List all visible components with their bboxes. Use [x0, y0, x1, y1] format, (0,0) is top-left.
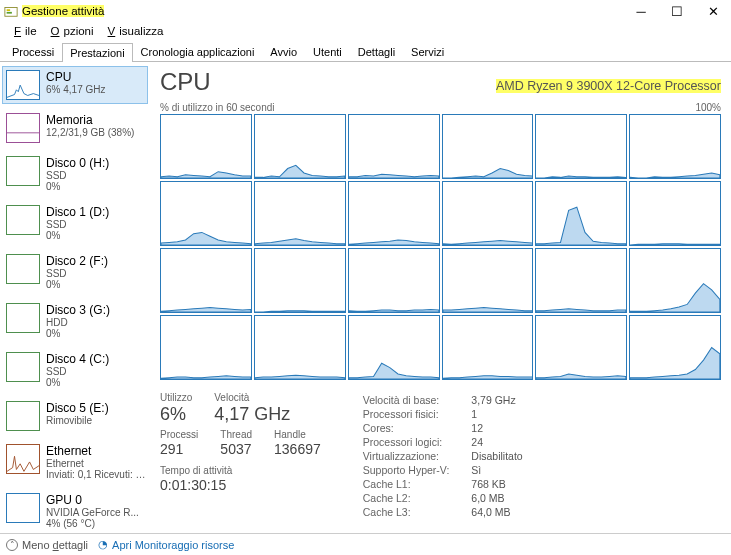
page-title: CPU — [160, 68, 211, 96]
svg-marker-5 — [349, 174, 439, 178]
core-chart-2[interactable] — [348, 114, 440, 179]
close-button[interactable]: ✕ — [695, 0, 731, 22]
main-panel: CPU AMD Ryzen 9 3900X 12-Core Processor … — [150, 62, 731, 538]
sidebar-item-gpu[interactable]: GPU 0NVIDIA GeForce R...4% (56 °C) — [2, 489, 148, 533]
svg-marker-9 — [161, 232, 251, 245]
svg-marker-23 — [349, 363, 439, 379]
sidebar-item-d4[interactable]: Disco 4 (C:)SSD0% — [2, 348, 148, 392]
sidebar-title: Disco 3 (G:) — [46, 303, 110, 317]
svg-marker-24 — [443, 376, 533, 379]
window-controls: ─ ☐ ✕ — [623, 0, 731, 22]
svg-marker-25 — [536, 374, 626, 379]
sidebar-title: Disco 2 (F:) — [46, 254, 108, 268]
core-chart-5[interactable] — [629, 114, 721, 179]
core-chart-17[interactable] — [629, 248, 721, 313]
tab-servizi[interactable]: Servizi — [403, 42, 452, 61]
sys-row: Processori fisici:1 — [363, 408, 523, 420]
core-chart-21[interactable] — [442, 315, 534, 380]
core-chart-19[interactable] — [254, 315, 346, 380]
sidebar-item-cpu[interactable]: CPU6% 4,17 GHz — [2, 66, 148, 104]
titlebar: Gestione attività ─ ☐ ✕ — [0, 0, 731, 22]
thumb-d0 — [6, 156, 40, 186]
window-title: Gestione attività — [22, 5, 104, 17]
core-chart-11[interactable] — [629, 181, 721, 246]
core-chart-12[interactable] — [160, 248, 252, 313]
thumb-d5 — [6, 401, 40, 431]
core-chart-10[interactable] — [535, 181, 627, 246]
sys-row: Velocità di base:3,79 GHz — [363, 394, 523, 406]
minimize-button[interactable]: ─ — [623, 0, 659, 22]
core-chart-8[interactable] — [348, 181, 440, 246]
core-chart-13[interactable] — [254, 248, 346, 313]
core-chart-23[interactable] — [629, 315, 721, 380]
system-info-table: Velocità di base:3,79 GHzProcessori fisi… — [361, 392, 525, 520]
tab-utenti[interactable]: Utenti — [305, 42, 350, 61]
core-chart-6[interactable] — [160, 181, 252, 246]
core-chart-7[interactable] — [254, 181, 346, 246]
svg-marker-17 — [349, 309, 439, 312]
stat-speed: Velocità 4,17 GHz — [214, 392, 290, 425]
sidebar-item-eth[interactable]: EthernetEthernetInviati: 0,1 Ricevuti: 3… — [2, 440, 148, 484]
core-chart-15[interactable] — [442, 248, 534, 313]
tab-cronologia-applicazioni[interactable]: Cronologia applicazioni — [133, 42, 263, 61]
svg-rect-2 — [7, 12, 12, 14]
chevron-up-icon: ˄ — [6, 539, 18, 551]
core-chart-20[interactable] — [348, 315, 440, 380]
svg-marker-4 — [255, 165, 345, 178]
tab-prestazioni[interactable]: Prestazioni — [62, 43, 132, 62]
svg-marker-22 — [255, 375, 345, 379]
core-chart-18[interactable] — [160, 315, 252, 380]
core-chart-1[interactable] — [254, 114, 346, 179]
chart-caption-left: % di utilizzo in 60 secondi — [160, 102, 275, 113]
stat-utilization: Utilizzo 6% — [160, 392, 192, 425]
sys-row: Cache L2:6,0 MB — [363, 492, 523, 504]
core-chart-0[interactable] — [160, 114, 252, 179]
sidebar-item-d0[interactable]: Disco 0 (H:)SSD0% — [2, 152, 148, 196]
thumb-gpu — [6, 493, 40, 523]
maximize-button[interactable]: ☐ — [659, 0, 695, 22]
menubar: File Opzioni Visualizza — [0, 22, 731, 40]
sys-row: Cores:12 — [363, 422, 523, 434]
thumb-eth — [6, 444, 40, 474]
sidebar-item-d3[interactable]: Disco 3 (G:)HDD0% — [2, 299, 148, 343]
thumb-mem — [6, 113, 40, 143]
sidebar-title: Memoria — [46, 113, 134, 127]
monitor-icon: ◔ — [98, 538, 108, 551]
tab-dettagli[interactable]: Dettagli — [350, 42, 403, 61]
core-chart-3[interactable] — [442, 114, 534, 179]
sys-row: Cache L3:64,0 MB — [363, 506, 523, 518]
stat-threads: Thread 5037 — [220, 429, 252, 457]
menu-view[interactable]: Visualizza — [100, 23, 168, 39]
sys-row: Processori logici:24 — [363, 436, 523, 448]
sidebar-title: Ethernet — [46, 444, 146, 458]
tab-avvio[interactable]: Avvio — [262, 42, 305, 61]
svg-rect-1 — [7, 9, 11, 11]
core-chart-4[interactable] — [535, 114, 627, 179]
sidebar-item-d5[interactable]: Disco 5 (E:)Rimovibile — [2, 397, 148, 435]
menu-file[interactable]: File — [6, 23, 41, 39]
core-chart-16[interactable] — [535, 248, 627, 313]
menu-options[interactable]: Opzioni — [43, 23, 98, 39]
core-chart-14[interactable] — [348, 248, 440, 313]
sidebar-title: GPU 0 — [46, 493, 139, 507]
sidebar-title: CPU — [46, 70, 105, 84]
app-icon — [4, 4, 18, 18]
sidebar-title: Disco 5 (E:) — [46, 401, 109, 415]
sidebar-title: Disco 4 (C:) — [46, 352, 109, 366]
sidebar-item-d1[interactable]: Disco 1 (D:)SSD0% — [2, 201, 148, 245]
sidebar-item-d2[interactable]: Disco 2 (F:)SSD0% — [2, 250, 148, 294]
svg-marker-20 — [630, 284, 720, 312]
tab-processi[interactable]: Processi — [4, 42, 62, 61]
open-resource-monitor-link[interactable]: ◔ Apri Monitoraggio risorse — [98, 538, 234, 551]
core-chart-22[interactable] — [535, 315, 627, 380]
fewer-details-button[interactable]: ˄ Meno dettagli — [6, 539, 88, 551]
svg-marker-8 — [630, 173, 720, 178]
stat-processes: Processi 291 — [160, 429, 198, 457]
svg-marker-16 — [255, 311, 345, 312]
sidebar-item-mem[interactable]: Memoria12,2/31,9 GB (38%) — [2, 109, 148, 147]
svg-marker-26 — [630, 348, 720, 380]
svg-marker-12 — [443, 241, 533, 245]
thumb-cpu — [6, 70, 40, 100]
core-chart-9[interactable] — [442, 181, 534, 246]
core-grid — [160, 114, 721, 380]
